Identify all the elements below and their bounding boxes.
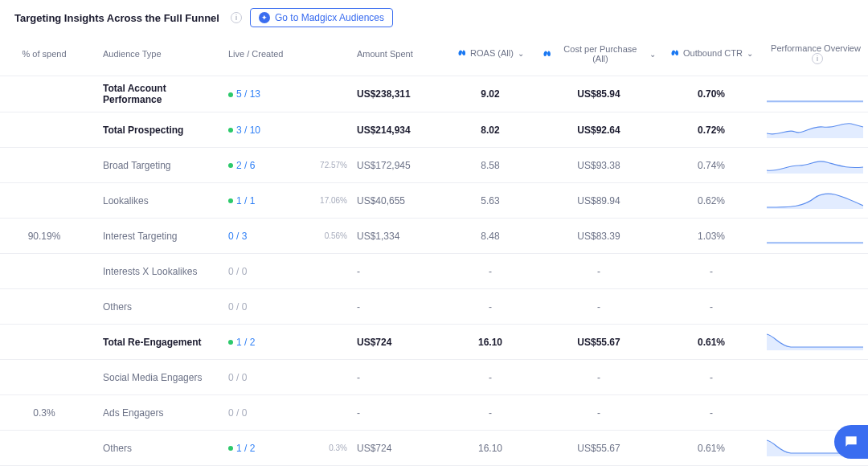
roas-value: 8.02 <box>442 118 538 142</box>
table-row[interactable]: Total Re-Engagement 1 / 2 US$724 16.10 U… <box>0 325 868 360</box>
spend-cell: 0.3% <box>0 401 88 425</box>
audience-label: Ads Engagers <box>88 401 225 425</box>
table-row[interactable]: Lookalikes 1 / 1 17.06% US$40,655 5.63 U… <box>0 183 868 219</box>
roas-value: 9.02 <box>442 82 538 106</box>
chat-fab[interactable] <box>834 425 868 459</box>
spark-cell <box>764 466 868 470</box>
roas-value: - <box>442 366 538 390</box>
cpp-value: US$55.67 <box>538 436 659 460</box>
info-icon[interactable]: i <box>231 12 242 23</box>
live-created: 1 / 2 <box>225 436 305 460</box>
table-row[interactable]: Interests X Lookalikes 0 / 0 - - - - <box>0 254 868 289</box>
cpp-value: US$55.67 <box>538 330 659 354</box>
spend-sub-pct: 17.06% <box>305 190 354 211</box>
live-created: 0 / 0 <box>225 260 305 284</box>
spend-sub-pct <box>305 88 354 100</box>
table-row[interactable]: Others 1 / 2 0.3% US$724 16.10 US$55.67 … <box>0 431 868 466</box>
spend-cell <box>0 265 88 278</box>
page-title: Targeting Insights Across the Full Funne… <box>14 12 219 24</box>
spend-cell: 90.19% <box>0 224 88 248</box>
spark-cell <box>764 289 868 324</box>
roas-value: 16.10 <box>442 436 538 460</box>
chevron-down-icon: ⌄ <box>747 49 753 58</box>
spark-cell <box>764 183 868 218</box>
amount-spent: US$1,334 <box>354 224 442 248</box>
spark-cell <box>764 219 868 253</box>
spark-cell <box>764 325 868 359</box>
table-row[interactable]: Social Media Engagers 0 / 0 - - - - <box>0 360 868 395</box>
chat-icon <box>843 434 859 450</box>
live-created: 2 / 6 <box>225 153 305 178</box>
info-icon[interactable]: i <box>812 53 823 64</box>
meta-icon <box>669 48 679 58</box>
audience-label: Total Account Performance <box>88 76 225 112</box>
spend-sub-pct <box>305 265 354 278</box>
table-row[interactable]: Total Account Performance 5 / 13 US$238,… <box>0 76 868 112</box>
meta-icon <box>457 48 466 58</box>
col-ctr[interactable]: Outbound CTR⌄ <box>669 48 753 58</box>
spark-cell <box>764 148 868 182</box>
ctr-value: - <box>659 401 764 425</box>
cpp-value: - <box>538 366 659 390</box>
spend-sub-pct <box>305 300 354 313</box>
spend-cell <box>0 159 88 172</box>
live-created: 0 / 0 <box>225 295 305 319</box>
roas-value: 8.48 <box>442 224 538 248</box>
ctr-value: 0.61% <box>659 330 764 354</box>
audience-label: Social Media Engagers <box>88 366 225 390</box>
audience-label: Interests X Lookalikes <box>88 260 225 284</box>
table-row[interactable]: Broad Targeting 2 / 6 72.57% US$172,945 … <box>0 148 868 183</box>
roas-value: - <box>442 295 538 319</box>
amount-spent: - <box>354 401 442 425</box>
spend-cell <box>0 371 88 384</box>
sparkline <box>767 225 863 244</box>
amount-spent: US$214,934 <box>354 118 442 142</box>
roas-value: - <box>442 401 538 425</box>
cpp-value: US$93.38 <box>538 153 659 178</box>
sparkline <box>767 331 863 350</box>
amount-spent: US$724 <box>354 436 442 460</box>
ctr-value: 0.72% <box>659 118 764 142</box>
cpp-value: US$83.39 <box>538 224 659 248</box>
ctr-value: 1.03% <box>659 224 764 248</box>
live-created: 1 / 2 <box>225 330 305 354</box>
spend-cell <box>0 124 88 137</box>
spend-sub-pct: 0.3% <box>305 437 354 459</box>
ctr-value: 0.62% <box>659 189 764 213</box>
live-created: 0 / 0 <box>225 401 305 425</box>
chevron-down-icon: ⌄ <box>518 49 524 58</box>
table-row[interactable]: 90.19% Interest Targeting 0 / 3 0.56% US… <box>0 219 868 254</box>
col-spend: % of spend <box>0 43 88 65</box>
spark-cell <box>764 254 868 288</box>
col-roas[interactable]: ROAS (All)⌄ <box>457 48 524 58</box>
roas-value: 8.58 <box>442 153 538 178</box>
cpp-value: - <box>538 401 659 425</box>
table-row[interactable]: 0.3% Ads Engagers 0 / 0 - - - - <box>0 395 868 431</box>
amount-spent: US$724 <box>354 330 442 354</box>
amount-spent: US$172,945 <box>354 153 442 178</box>
ctr-value: 0.70% <box>659 82 764 106</box>
spend-cell <box>0 336 88 349</box>
spend-cell <box>0 194 88 207</box>
audience-label: Total Re-Engagement <box>88 330 225 354</box>
live-created: 0 / 3 <box>225 224 305 248</box>
roas-value: 5.63 <box>442 189 538 213</box>
amount-spent: - <box>354 295 442 319</box>
col-amount: Amount Spent <box>354 43 442 65</box>
live-created: 3 / 10 <box>225 118 305 142</box>
spend-sub-pct <box>305 336 354 349</box>
go-to-audiences-button[interactable]: ✦ Go to Madgicx Audiences <box>250 8 393 27</box>
cpp-value: - <box>538 295 659 319</box>
table-row[interactable]: Others 0 / 0 - - - - <box>0 289 868 325</box>
audience-label: Broad Targeting <box>88 153 225 178</box>
table-row[interactable]: Total Prospecting 3 / 10 US$214,934 8.02… <box>0 112 868 148</box>
spend-sub-pct <box>305 407 354 419</box>
ctr-value: 0.61% <box>659 436 764 460</box>
table-row[interactable]: Total Retargeting 1 / 1 US$22,654 18.33 … <box>0 466 868 470</box>
col-cpp[interactable]: Cost per Purchase (All)⌄ <box>542 44 656 63</box>
col-audience: Audience Type <box>88 43 225 65</box>
audience-label: Interest Targeting <box>88 224 225 248</box>
cpp-value: US$92.64 <box>538 118 659 142</box>
spend-cell <box>0 442 88 455</box>
cpp-value: US$85.94 <box>538 82 659 106</box>
